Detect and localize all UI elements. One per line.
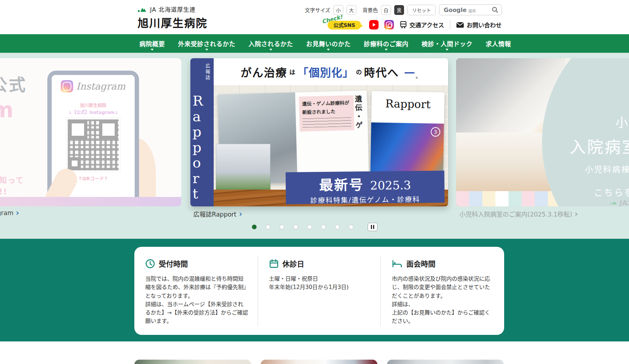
mail-icon: [456, 22, 464, 28]
article-text-lines: [302, 117, 352, 128]
contact-link[interactable]: お問い合わせ: [456, 20, 502, 29]
carousel-dot[interactable]: [321, 225, 326, 229]
official-sns-badge[interactable]: Check! 公式SNS: [328, 21, 361, 28]
info-text: 上記の【お見舞いのかた】からご確認ください。: [392, 309, 495, 326]
chevron-right-icon: [15, 211, 19, 215]
article-box: 遺伝・ゲノム診療科が 新設されました: [299, 95, 354, 132]
hospital-name: 旭川厚生病院: [138, 14, 207, 30]
ja-logo-icon: [138, 6, 147, 12]
main-nav: 病院概要 外来受診されるかた 入院されるかた お見舞いのかた 診療科のご案内 検…: [0, 34, 629, 53]
magazine-spread-area: 遺伝・ゲノム診療科が 新設されました 遺伝・ゲ Rapport 3: [214, 85, 448, 206]
info-title: 休診日: [282, 258, 304, 269]
access-link[interactable]: 交通アクセス: [400, 20, 444, 29]
slide-headline: がん治療 は 「個別化」 の 時代へ — 。: [214, 58, 448, 85]
nav-item-recruit[interactable]: 求人情報: [479, 34, 518, 53]
info-text: 市内の感染状況及び院内の感染状況に応じ、制限の変更や面会禁止とさせていただくこと…: [392, 275, 495, 300]
feature-vertical-text: 遺伝・ゲ: [353, 95, 364, 130]
carousel-caption-center[interactable]: 広報誌Rapport: [193, 209, 241, 218]
nav-item-outpatient[interactable]: 外来受診されるかた: [171, 34, 242, 53]
carousel-slide-instagram[interactable]: 生病院公式 agram 開中 な取り組みを広く知って 報発信しています!! In…: [0, 58, 181, 206]
reset-button[interactable]: リセット: [407, 5, 436, 15]
carousel-dot[interactable]: [349, 225, 353, 229]
info-card: 受付時間 当院では、院内の混雑緩和と待ち時間短縮を図るため、外来診療は『予約優先…: [134, 247, 504, 335]
info-title: 受付時間: [159, 258, 188, 269]
pause-icon: [373, 225, 374, 229]
bg-black-button[interactable]: 黒: [394, 5, 404, 15]
page: JA 北海道厚生連 旭川厚生病院 文字サイズ 小 大 背景色 白 黒 リセット …: [0, 0, 629, 364]
magazine-title-vertical: Rapport: [193, 93, 203, 206]
content-card-image[interactable]: [134, 360, 251, 364]
carousel-caption-right[interactable]: 小児科入院病室のご案内(2025.3.1移転): [459, 209, 577, 218]
site-search-input[interactable]: Google 提供: [439, 4, 502, 15]
chevron-down-icon: [327, 49, 330, 51]
pause-icon: [371, 225, 372, 229]
content-card-image[interactable]: [387, 360, 504, 364]
carousel-dots: [0, 223, 629, 231]
bus-icon: [400, 21, 407, 29]
nav-item-inpatient[interactable]: 入院されるかた: [242, 34, 300, 53]
carousel-dot[interactable]: [335, 225, 340, 229]
instagram-icon[interactable]: [384, 20, 394, 29]
chevron-down-icon: [151, 49, 154, 51]
issue-number-badge: 3: [431, 127, 440, 136]
contact-label: お問い合わせ: [467, 20, 502, 29]
carousel-dot[interactable]: [280, 225, 284, 229]
hospital-building-photo: [216, 144, 270, 191]
bg-color-label: 背景色: [363, 6, 378, 13]
content-card-image[interactable]: [261, 360, 377, 364]
info-col-visiting-hours: 面会時間 市内の感染状況及び院内の感染状況に応じ、制限の変更や面会禁止とさせてい…: [381, 256, 504, 326]
calendar-icon: [269, 259, 279, 269]
chevron-down-icon: [205, 49, 208, 51]
carousel-caption-left[interactable]: gram: [0, 209, 18, 217]
header-divider: [450, 20, 450, 29]
carousel-pause-button[interactable]: [368, 223, 377, 231]
chevron-down-icon: [446, 49, 448, 51]
chevron-right-icon: [574, 212, 578, 216]
carousel-slide-rapport[interactable]: Rapport 旭川厚生病院 広報誌 がん治療 は 「個別化」 の 時代へ — …: [190, 58, 448, 206]
info-text: 詳細は、当ホームページ【外来受診されるかた】→【外来の受診方法】からご確認願いま…: [145, 300, 248, 326]
latest-issue-banner: 最新号 2025.3 診療科特集/遺伝ゲノム・診療科: [286, 171, 445, 205]
youtube-icon[interactable]: [369, 20, 379, 29]
carousel-dot[interactable]: [266, 225, 270, 229]
info-band: 受付時間 当院では、院内の混雑緩和と待ち時間短縮を図るため、外来診療は『予約優先…: [0, 239, 629, 341]
header-tools: 文字サイズ 小 大 背景色 白 黒 リセット Google 提供: [302, 4, 502, 29]
search-icon[interactable]: [492, 7, 498, 13]
nav-item-overview[interactable]: 病院概要: [133, 34, 171, 53]
chevron-down-icon: [269, 49, 272, 51]
inactive-slide-overlay: [456, 58, 629, 206]
hero-carousel: 生病院公式 agram 開中 な取り組みを広く知って 報発信しています!! In…: [0, 53, 629, 239]
header-links: Check! 公式SNS 交通アクセス: [302, 20, 502, 29]
bg-white-button[interactable]: 白: [381, 5, 391, 15]
magazine-side-band: Rapport 旭川厚生病院 広報誌: [190, 58, 214, 206]
info-text: 当院では、院内の混雑緩和と待ち時間短縮を図るため、外来診療は『予約優先制』となっ…: [145, 275, 248, 300]
site-logo[interactable]: JA 北海道厚生連 旭川厚生病院: [138, 5, 207, 30]
carousel-dot-active[interactable]: [252, 225, 257, 229]
info-title: 面会時間: [406, 258, 435, 269]
nav-item-visitors[interactable]: お見舞いのかた: [300, 34, 357, 53]
carousel-dot[interactable]: [293, 225, 298, 229]
info-text: 土曜・日曜・祝祭日: [269, 275, 371, 283]
info-col-reception: 受付時間 当院では、院内の混雑緩和と待ち時間短縮を図るため、外来診療は『予約優先…: [134, 256, 258, 326]
site-header: JA 北海道厚生連 旭川厚生病院 文字サイズ 小 大 背景色 白 黒 リセット …: [0, 0, 629, 34]
font-large-button[interactable]: 大: [347, 5, 356, 15]
bottom-cards: [134, 360, 504, 364]
nav-item-checkup[interactable]: 検診・人間ドック: [415, 34, 479, 53]
info-text: 詳細は、: [392, 300, 495, 309]
bed-icon: [392, 259, 403, 269]
chevron-right-icon: [238, 212, 242, 216]
font-size-label: 文字サイズ: [305, 6, 330, 13]
org-name: JA 北海道厚生連: [150, 5, 195, 13]
inactive-slide-overlay: [0, 58, 181, 206]
chevron-down-icon: [385, 49, 388, 51]
info-col-closed-days: 休診日 土曜・日曜・祝祭日 年末年始(12月30日から1月3日): [258, 256, 381, 326]
access-label: 交通アクセス: [410, 20, 444, 29]
nav-item-departments[interactable]: 診療科のご案内: [357, 34, 415, 53]
carousel-slide-pediatrics[interactable]: 全室個室 小児科 入院病室のご案内 小児科病棟が移転しました こちらをクリニック…: [456, 58, 629, 206]
clock-icon: [145, 259, 155, 269]
search-provided-label: 提供: [468, 8, 476, 13]
info-text: 年末年始(12月30日から1月3日): [269, 283, 371, 292]
sns-pill-label: 公式SNS: [328, 21, 361, 29]
google-logo: Google: [444, 7, 467, 13]
carousel-dot[interactable]: [307, 225, 312, 229]
accessibility-controls: 文字サイズ 小 大 背景色 白 黒 リセット Google 提供: [302, 4, 502, 15]
